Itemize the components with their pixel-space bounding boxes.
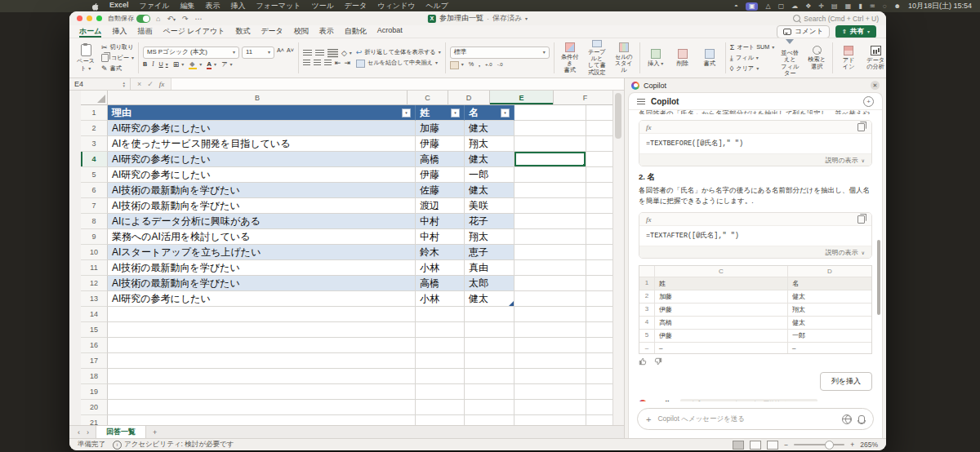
normal-view-icon[interactable] [733, 441, 744, 450]
menu-item-2[interactable]: 編集 [180, 1, 194, 11]
cell-E9[interactable] [514, 229, 586, 245]
explain-toggle-2[interactable]: 説明の表示∨ [639, 246, 871, 258]
row-header-15[interactable]: 15 [81, 322, 108, 338]
copy-formula-icon[interactable] [858, 123, 865, 131]
phonetic-button[interactable]: ア▾ [221, 60, 232, 69]
cancel-entry-icon[interactable]: × [137, 80, 141, 88]
row-header-8[interactable]: 8 [81, 214, 108, 229]
grow-font-button[interactable]: A˄ [277, 47, 284, 55]
cell-B5[interactable]: AI研究の参考にしたい [108, 167, 416, 183]
cut-button[interactable]: ✂切り取り [101, 43, 134, 52]
cell-D12[interactable]: 太郎 [465, 276, 514, 291]
titlebar-search[interactable]: Search (Cmd + Ctrl + U) [793, 15, 879, 23]
row-header-6[interactable]: 6 [81, 183, 108, 198]
zoom-slider[interactable] [794, 444, 844, 445]
clear-button[interactable]: ◊クリア ▾ [730, 64, 774, 73]
cell-D13[interactable]: 健太 [465, 291, 514, 307]
menu-item-4[interactable]: 挿入 [230, 1, 245, 11]
borders-button[interactable]: ⊞▾ [173, 60, 185, 69]
font-color-button[interactable]: A▾ [207, 60, 216, 69]
number-format-select[interactable]: 標準▾ [450, 47, 550, 59]
cell-D7[interactable]: 美咲 [465, 198, 514, 214]
cell-C1[interactable]: 姓▾ [416, 105, 465, 121]
ribbon-tab-0[interactable]: ホーム [79, 25, 101, 38]
fill-button[interactable]: ⤓フィル ▾ [730, 54, 774, 63]
cell-E3[interactable] [514, 136, 586, 152]
find-select-button[interactable]: 検索と 選択 [805, 40, 828, 76]
cell-C17[interactable] [416, 353, 465, 369]
cell-E11[interactable] [514, 260, 586, 276]
control-center-icon[interactable]: ◓ [734, 3, 738, 10]
screen-mirroring-icon[interactable]: ▣ [746, 2, 759, 11]
redo-icon[interactable]: ↷ [182, 15, 189, 23]
cell-C9[interactable]: 中村 [416, 229, 465, 245]
ribbon-tab-2[interactable]: 描画 [137, 25, 152, 38]
cell-E12[interactable] [514, 276, 586, 291]
comma-format-button[interactable]: , [479, 60, 480, 69]
row-header-2[interactable]: 2 [81, 121, 108, 136]
battery-icon[interactable]: ▮ [858, 3, 862, 10]
select-all-corner[interactable] [81, 91, 108, 105]
cell-D9[interactable]: 翔太 [465, 229, 514, 245]
cell-E17[interactable] [514, 353, 586, 369]
accessibility-status[interactable]: i アクセシビリティ: 検討が必要です [113, 440, 234, 450]
font-name-select[interactable]: MS Pゴシック (本文)▾ [143, 47, 239, 59]
row-header-7[interactable]: 7 [81, 198, 108, 214]
undo-icon[interactable]: ↶▾ [167, 15, 176, 23]
insert-cells-button[interactable]: 挿入 ▾ [644, 40, 667, 76]
orientation-button[interactable]: ◇▾ [341, 49, 352, 58]
close-window-button[interactable] [77, 16, 82, 21]
align-top-icon[interactable] [303, 50, 312, 57]
formula-input[interactable] [171, 78, 624, 90]
cell-C8[interactable]: 中村 [416, 214, 465, 229]
panel-scrollbar-thumb[interactable] [877, 240, 880, 315]
cell-B1[interactable]: 理由▾ [108, 105, 416, 121]
name-box[interactable]: E4 ▴▾ [69, 78, 131, 90]
menu-item-7[interactable]: データ [345, 1, 367, 11]
cell-C18[interactable] [416, 369, 465, 384]
cell-C6[interactable]: 佐藤 [416, 183, 465, 198]
cell-D19[interactable] [465, 384, 514, 400]
cell-C16[interactable] [416, 338, 465, 353]
home-icon[interactable]: ⌂ [156, 15, 160, 23]
copilot-input[interactable]: + Copilot へメッセージを送る [637, 408, 874, 430]
cell-D8[interactable]: 花子 [465, 214, 514, 229]
analyze-data-button[interactable]: データ の分析 [864, 40, 886, 76]
cell-D17[interactable] [465, 353, 514, 369]
mic-icon[interactable] [858, 415, 865, 423]
ribbon-tab-7[interactable]: 表示 [319, 25, 334, 38]
conditional-formatting-button[interactable]: 条件付き 書式 [559, 40, 581, 76]
menu-item-8[interactable]: ウィンドウ [377, 1, 415, 11]
thumbs-down-icon[interactable] [654, 357, 662, 366]
ribbon-tab-5[interactable]: データ [261, 25, 283, 38]
zoom-in-icon[interactable]: + [850, 441, 854, 449]
shrink-font-button[interactable]: A˅ [287, 47, 294, 55]
cell-E4[interactable] [514, 152, 586, 167]
cell-E5[interactable] [514, 167, 586, 183]
share-button[interactable]: ⇧ 共有 ▾ [835, 25, 876, 38]
filter-dropdown-icon[interactable]: ▾ [402, 109, 411, 117]
wifi-icon[interactable]: ♒ [870, 3, 875, 10]
cell-B8[interactable]: AIによるデータ分析に興味がある [108, 214, 416, 229]
cell-D10[interactable]: 恵子 [465, 245, 514, 260]
row-header-9[interactable]: 9 [81, 229, 108, 245]
cell-B21[interactable] [108, 415, 416, 425]
menu-item-5[interactable]: フォーマット [256, 1, 301, 11]
menu-item-9[interactable]: ヘルプ [425, 1, 448, 11]
column-header-D[interactable]: D [448, 91, 490, 105]
column-header-F[interactable]: F [554, 91, 617, 105]
increase-decimal-button[interactable]: +.0 [485, 60, 492, 69]
cell-B2[interactable]: AI研究の参考にしたい [108, 121, 416, 136]
font-size-select[interactable]: 11▾ [242, 47, 274, 59]
filter-dropdown-icon[interactable]: ▾ [501, 109, 510, 117]
decrease-indent-icon[interactable]: ⇤ [335, 60, 341, 67]
cell-C11[interactable]: 小林 [416, 260, 465, 276]
row-header-13[interactable]: 13 [81, 291, 108, 307]
cell-C12[interactable]: 高橋 [416, 276, 465, 291]
cell-D14[interactable] [465, 307, 514, 322]
cell-B4[interactable]: AI研究の参考にしたい [108, 152, 416, 167]
sheet-tab-active[interactable]: 回答一覧 [96, 426, 146, 438]
row-header-1[interactable]: 1 [81, 105, 108, 121]
italic-button[interactable]: I [152, 60, 154, 69]
cell-C20[interactable] [416, 400, 465, 415]
